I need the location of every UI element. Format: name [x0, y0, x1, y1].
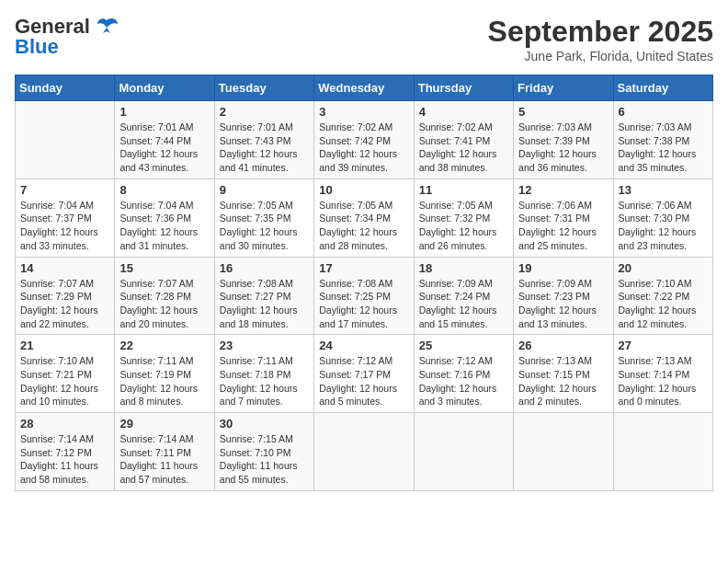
- day-number: 7: [20, 183, 109, 197]
- day-info: Sunrise: 7:04 AM Sunset: 7:36 PM Dayligh…: [119, 199, 209, 253]
- day-info: Sunrise: 7:06 AM Sunset: 7:30 PM Dayligh…: [619, 199, 708, 253]
- day-number: 5: [518, 105, 608, 119]
- day-info: Sunrise: 7:10 AM Sunset: 7:22 PM Dayligh…: [619, 277, 708, 331]
- calendar-cell: 29Sunrise: 7:14 AM Sunset: 7:11 PM Dayli…: [115, 413, 214, 491]
- calendar-cell: [414, 413, 513, 491]
- logo-blue: Blue: [15, 35, 59, 59]
- day-info: Sunrise: 7:09 AM Sunset: 7:24 PM Dayligh…: [419, 277, 508, 331]
- day-number: 2: [220, 105, 309, 119]
- calendar-cell: 17Sunrise: 7:08 AM Sunset: 7:25 PM Dayli…: [314, 257, 414, 335]
- day-info: Sunrise: 7:10 AM Sunset: 7:21 PM Dayligh…: [20, 354, 109, 408]
- calendar-cell: 27Sunrise: 7:13 AM Sunset: 7:14 PM Dayli…: [613, 335, 712, 413]
- calendar-cell: [314, 413, 414, 491]
- calendar-cell: 18Sunrise: 7:09 AM Sunset: 7:24 PM Dayli…: [414, 257, 513, 335]
- calendar-cell: 15Sunrise: 7:07 AM Sunset: 7:28 PM Dayli…: [115, 257, 214, 335]
- day-info: Sunrise: 7:04 AM Sunset: 7:37 PM Dayligh…: [20, 199, 109, 253]
- col-header-sunday: Sunday: [16, 75, 115, 101]
- logo-bird-icon: [94, 17, 119, 37]
- day-info: Sunrise: 7:14 AM Sunset: 7:11 PM Dayligh…: [119, 432, 209, 487]
- title-block: September 2025 June Park, Florida, Unite…: [488, 15, 713, 63]
- day-info: Sunrise: 7:13 AM Sunset: 7:14 PM Dayligh…: [619, 354, 708, 408]
- calendar-cell: 24Sunrise: 7:12 AM Sunset: 7:17 PM Dayli…: [314, 335, 414, 413]
- calendar-table: SundayMondayTuesdayWednesdayThursdayFrid…: [15, 75, 713, 491]
- day-number: 21: [20, 339, 109, 352]
- day-number: 1: [119, 105, 209, 119]
- day-info: Sunrise: 7:12 AM Sunset: 7:16 PM Dayligh…: [419, 354, 508, 408]
- day-number: 20: [619, 261, 708, 275]
- calendar-cell: 8Sunrise: 7:04 AM Sunset: 7:36 PM Daylig…: [115, 178, 214, 257]
- calendar-cell: 16Sunrise: 7:08 AM Sunset: 7:27 PM Dayli…: [214, 257, 313, 335]
- day-info: Sunrise: 7:05 AM Sunset: 7:35 PM Dayligh…: [220, 199, 309, 253]
- day-number: 11: [419, 183, 508, 197]
- day-info: Sunrise: 7:06 AM Sunset: 7:31 PM Dayligh…: [518, 199, 608, 253]
- day-number: 30: [220, 417, 309, 431]
- day-info: Sunrise: 7:11 AM Sunset: 7:19 PM Dayligh…: [119, 354, 209, 408]
- day-info: Sunrise: 7:02 AM Sunset: 7:42 PM Dayligh…: [319, 121, 408, 175]
- day-info: Sunrise: 7:02 AM Sunset: 7:41 PM Dayligh…: [419, 121, 508, 175]
- day-number: 9: [220, 183, 309, 197]
- page-title: September 2025: [488, 15, 713, 49]
- day-info: Sunrise: 7:09 AM Sunset: 7:23 PM Dayligh…: [518, 277, 608, 331]
- col-header-tuesday: Tuesday: [214, 75, 313, 101]
- day-number: 24: [319, 339, 408, 352]
- day-number: 10: [319, 183, 408, 197]
- day-info: Sunrise: 7:11 AM Sunset: 7:18 PM Dayligh…: [220, 354, 309, 408]
- calendar-cell: 4Sunrise: 7:02 AM Sunset: 7:41 PM Daylig…: [414, 101, 513, 179]
- calendar-header-row: SundayMondayTuesdayWednesdayThursdayFrid…: [16, 75, 713, 101]
- day-number: 3: [319, 105, 408, 119]
- col-header-thursday: Thursday: [414, 75, 513, 101]
- day-number: 4: [419, 105, 508, 119]
- calendar-cell: 30Sunrise: 7:15 AM Sunset: 7:10 PM Dayli…: [214, 413, 313, 491]
- day-number: 17: [319, 261, 408, 275]
- calendar-cell: 12Sunrise: 7:06 AM Sunset: 7:31 PM Dayli…: [514, 178, 613, 257]
- calendar-cell: [16, 101, 115, 179]
- col-header-wednesday: Wednesday: [314, 75, 414, 101]
- calendar-cell: 1Sunrise: 7:01 AM Sunset: 7:44 PM Daylig…: [115, 101, 214, 179]
- day-number: 27: [619, 339, 708, 352]
- calendar-cell: 7Sunrise: 7:04 AM Sunset: 7:37 PM Daylig…: [16, 178, 115, 257]
- col-header-friday: Friday: [514, 75, 613, 101]
- week-row-4: 21Sunrise: 7:10 AM Sunset: 7:21 PM Dayli…: [16, 335, 713, 413]
- calendar-cell: 2Sunrise: 7:01 AM Sunset: 7:43 PM Daylig…: [214, 101, 313, 179]
- calendar-cell: 28Sunrise: 7:14 AM Sunset: 7:12 PM Dayli…: [16, 413, 115, 491]
- day-info: Sunrise: 7:13 AM Sunset: 7:15 PM Dayligh…: [518, 354, 608, 408]
- day-info: Sunrise: 7:07 AM Sunset: 7:28 PM Dayligh…: [119, 277, 209, 331]
- day-info: Sunrise: 7:12 AM Sunset: 7:17 PM Dayligh…: [319, 354, 408, 408]
- calendar-cell: 14Sunrise: 7:07 AM Sunset: 7:29 PM Dayli…: [16, 257, 115, 335]
- day-number: 28: [20, 417, 109, 431]
- day-number: 16: [220, 261, 309, 275]
- week-row-2: 7Sunrise: 7:04 AM Sunset: 7:37 PM Daylig…: [16, 178, 713, 257]
- day-number: 6: [619, 105, 708, 119]
- day-info: Sunrise: 7:15 AM Sunset: 7:10 PM Dayligh…: [220, 432, 309, 487]
- week-row-1: 1Sunrise: 7:01 AM Sunset: 7:44 PM Daylig…: [16, 101, 713, 179]
- calendar-cell: 10Sunrise: 7:05 AM Sunset: 7:34 PM Dayli…: [314, 178, 414, 257]
- calendar-cell: 26Sunrise: 7:13 AM Sunset: 7:15 PM Dayli…: [514, 335, 613, 413]
- calendar-cell: 5Sunrise: 7:03 AM Sunset: 7:39 PM Daylig…: [514, 101, 613, 179]
- page-header: General Blue September 2025 June Park, F…: [15, 15, 713, 63]
- day-number: 12: [518, 183, 608, 197]
- week-row-3: 14Sunrise: 7:07 AM Sunset: 7:29 PM Dayli…: [16, 257, 713, 335]
- day-number: 13: [619, 183, 708, 197]
- day-number: 22: [119, 339, 209, 352]
- day-number: 14: [20, 261, 109, 275]
- day-number: 15: [119, 261, 209, 275]
- calendar-cell: 11Sunrise: 7:05 AM Sunset: 7:32 PM Dayli…: [414, 178, 513, 257]
- day-info: Sunrise: 7:01 AM Sunset: 7:43 PM Dayligh…: [220, 121, 309, 175]
- day-number: 23: [220, 339, 309, 352]
- calendar-cell: 22Sunrise: 7:11 AM Sunset: 7:19 PM Dayli…: [115, 335, 214, 413]
- day-number: 19: [518, 261, 608, 275]
- week-row-5: 28Sunrise: 7:14 AM Sunset: 7:12 PM Dayli…: [16, 413, 713, 491]
- day-info: Sunrise: 7:05 AM Sunset: 7:34 PM Dayligh…: [319, 199, 408, 253]
- day-info: Sunrise: 7:05 AM Sunset: 7:32 PM Dayligh…: [419, 199, 508, 253]
- day-info: Sunrise: 7:14 AM Sunset: 7:12 PM Dayligh…: [20, 432, 109, 487]
- calendar-cell: 6Sunrise: 7:03 AM Sunset: 7:38 PM Daylig…: [613, 101, 712, 179]
- day-info: Sunrise: 7:01 AM Sunset: 7:44 PM Dayligh…: [119, 121, 209, 175]
- calendar-cell: [613, 413, 712, 491]
- calendar-cell: 20Sunrise: 7:10 AM Sunset: 7:22 PM Dayli…: [613, 257, 712, 335]
- day-info: Sunrise: 7:03 AM Sunset: 7:38 PM Dayligh…: [619, 121, 708, 175]
- day-number: 18: [419, 261, 508, 275]
- page-subtitle: June Park, Florida, United States: [488, 49, 713, 63]
- col-header-monday: Monday: [115, 75, 214, 101]
- day-info: Sunrise: 7:08 AM Sunset: 7:25 PM Dayligh…: [319, 277, 408, 331]
- calendar-cell: 21Sunrise: 7:10 AM Sunset: 7:21 PM Dayli…: [16, 335, 115, 413]
